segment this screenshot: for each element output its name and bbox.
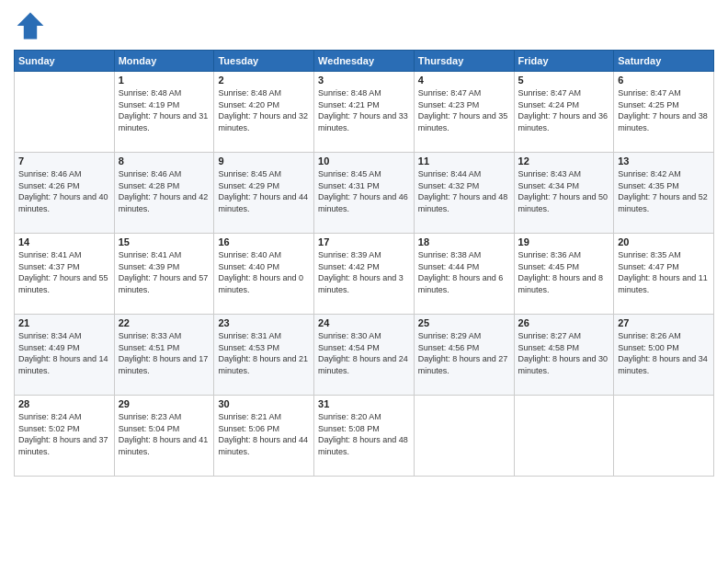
calendar-cell: 15 Sunrise: 8:41 AMSunset: 4:39 PMDaylig… <box>114 234 214 315</box>
day-info: Sunrise: 8:29 AMSunset: 4:56 PMDaylight:… <box>418 330 510 376</box>
day-number: 24 <box>318 317 410 328</box>
day-info: Sunrise: 8:41 AMSunset: 4:39 PMDaylight:… <box>119 249 210 295</box>
calendar-cell: 23 Sunrise: 8:31 AMSunset: 4:53 PMDaylig… <box>214 315 314 396</box>
calendar-cell: 4 Sunrise: 8:47 AMSunset: 4:23 PMDayligh… <box>414 72 514 153</box>
day-info: Sunrise: 8:24 AMSunset: 5:02 PMDaylight:… <box>18 411 110 457</box>
day-number: 13 <box>618 155 710 167</box>
calendar-cell: 1 Sunrise: 8:48 AMSunset: 4:19 PMDayligh… <box>114 72 214 153</box>
day-info: Sunrise: 8:46 AMSunset: 4:28 PMDaylight:… <box>119 168 210 214</box>
day-header-wednesday: Wednesday <box>314 51 415 72</box>
day-info: Sunrise: 8:30 AMSunset: 4:54 PMDaylight:… <box>318 330 410 376</box>
day-info: Sunrise: 8:26 AMSunset: 5:00 PMDaylight:… <box>618 330 710 376</box>
calendar-cell: 14 Sunrise: 8:41 AMSunset: 4:37 PMDaylig… <box>15 234 115 315</box>
day-header-tuesday: Tuesday <box>214 51 314 72</box>
calendar-cell: 26 Sunrise: 8:27 AMSunset: 4:58 PMDaylig… <box>514 315 614 396</box>
calendar-cell: 8 Sunrise: 8:46 AMSunset: 4:28 PMDayligh… <box>114 153 214 234</box>
day-number: 22 <box>119 317 210 328</box>
day-header-monday: Monday <box>114 51 214 72</box>
calendar-cell <box>614 396 714 477</box>
day-info: Sunrise: 8:46 AMSunset: 4:26 PMDaylight:… <box>18 168 110 214</box>
day-header-friday: Friday <box>514 51 614 72</box>
calendar-cell: 18 Sunrise: 8:38 AMSunset: 4:44 PMDaylig… <box>414 234 514 315</box>
calendar-cell: 5 Sunrise: 8:47 AMSunset: 4:24 PMDayligh… <box>514 72 614 153</box>
day-info: Sunrise: 8:31 AMSunset: 4:53 PMDaylight:… <box>218 330 310 376</box>
calendar-table: SundayMondayTuesdayWednesdayThursdayFrid… <box>14 50 714 477</box>
day-header-thursday: Thursday <box>414 51 514 72</box>
header <box>14 9 714 42</box>
day-header-saturday: Saturday <box>614 51 714 72</box>
day-info: Sunrise: 8:41 AMSunset: 4:37 PMDaylight:… <box>18 249 110 295</box>
day-number: 16 <box>218 236 310 247</box>
day-info: Sunrise: 8:47 AMSunset: 4:24 PMDaylight:… <box>518 87 610 133</box>
calendar-cell: 22 Sunrise: 8:33 AMSunset: 4:51 PMDaylig… <box>114 315 214 396</box>
calendar-cell: 9 Sunrise: 8:45 AMSunset: 4:29 PMDayligh… <box>214 153 314 234</box>
calendar-cell: 13 Sunrise: 8:42 AMSunset: 4:35 PMDaylig… <box>614 153 714 234</box>
calendar-cell: 10 Sunrise: 8:45 AMSunset: 4:31 PMDaylig… <box>314 153 415 234</box>
day-info: Sunrise: 8:48 AMSunset: 4:21 PMDaylight:… <box>318 87 410 133</box>
day-info: Sunrise: 8:38 AMSunset: 4:44 PMDaylight:… <box>418 249 510 295</box>
calendar-cell: 12 Sunrise: 8:43 AMSunset: 4:34 PMDaylig… <box>514 153 614 234</box>
day-number: 4 <box>418 75 510 86</box>
calendar-week-row: 14 Sunrise: 8:41 AMSunset: 4:37 PMDaylig… <box>15 234 714 315</box>
calendar-header-row: SundayMondayTuesdayWednesdayThursdayFrid… <box>15 51 714 72</box>
day-info: Sunrise: 8:43 AMSunset: 4:34 PMDaylight:… <box>518 168 610 214</box>
day-number: 28 <box>18 398 110 409</box>
day-info: Sunrise: 8:48 AMSunset: 4:19 PMDaylight:… <box>119 87 210 133</box>
day-number: 26 <box>518 317 610 328</box>
day-info: Sunrise: 8:44 AMSunset: 4:32 PMDaylight:… <box>418 168 510 214</box>
day-number: 3 <box>318 75 410 86</box>
day-number: 10 <box>318 155 410 167</box>
calendar-cell: 25 Sunrise: 8:29 AMSunset: 4:56 PMDaylig… <box>414 315 514 396</box>
day-info: Sunrise: 8:33 AMSunset: 4:51 PMDaylight:… <box>119 330 210 376</box>
calendar-cell: 11 Sunrise: 8:44 AMSunset: 4:32 PMDaylig… <box>414 153 514 234</box>
day-number: 5 <box>518 75 610 86</box>
day-number: 23 <box>218 317 310 328</box>
day-number: 25 <box>418 317 510 328</box>
calendar-cell <box>15 72 115 153</box>
day-info: Sunrise: 8:23 AMSunset: 5:04 PMDaylight:… <box>119 411 210 457</box>
calendar-cell: 20 Sunrise: 8:35 AMSunset: 4:47 PMDaylig… <box>614 234 714 315</box>
calendar-week-row: 7 Sunrise: 8:46 AMSunset: 4:26 PMDayligh… <box>15 153 714 234</box>
day-number: 30 <box>218 398 310 409</box>
calendar-cell: 2 Sunrise: 8:48 AMSunset: 4:20 PMDayligh… <box>214 72 314 153</box>
day-number: 2 <box>218 75 310 86</box>
day-number: 8 <box>119 155 210 167</box>
logo <box>14 9 51 42</box>
day-number: 15 <box>119 236 210 247</box>
day-number: 7 <box>18 155 110 167</box>
day-info: Sunrise: 8:35 AMSunset: 4:47 PMDaylight:… <box>618 249 710 295</box>
day-info: Sunrise: 8:40 AMSunset: 4:40 PMDaylight:… <box>218 249 310 295</box>
day-number: 20 <box>618 236 710 247</box>
calendar-cell: 7 Sunrise: 8:46 AMSunset: 4:26 PMDayligh… <box>15 153 115 234</box>
logo-icon <box>14 9 47 42</box>
day-number: 9 <box>218 155 310 167</box>
calendar-cell: 16 Sunrise: 8:40 AMSunset: 4:40 PMDaylig… <box>214 234 314 315</box>
day-number: 6 <box>618 75 710 86</box>
day-info: Sunrise: 8:47 AMSunset: 4:25 PMDaylight:… <box>618 87 710 133</box>
calendar-cell: 31 Sunrise: 8:20 AMSunset: 5:08 PMDaylig… <box>314 396 415 477</box>
day-number: 12 <box>518 155 610 167</box>
day-number: 31 <box>318 398 410 409</box>
day-number: 21 <box>18 317 110 328</box>
day-info: Sunrise: 8:45 AMSunset: 4:31 PMDaylight:… <box>318 168 410 214</box>
calendar-cell: 28 Sunrise: 8:24 AMSunset: 5:02 PMDaylig… <box>15 396 115 477</box>
day-info: Sunrise: 8:42 AMSunset: 4:35 PMDaylight:… <box>618 168 710 214</box>
day-info: Sunrise: 8:45 AMSunset: 4:29 PMDaylight:… <box>218 168 310 214</box>
calendar-cell: 19 Sunrise: 8:36 AMSunset: 4:45 PMDaylig… <box>514 234 614 315</box>
calendar-cell <box>514 396 614 477</box>
day-number: 14 <box>18 236 110 247</box>
day-number: 18 <box>418 236 510 247</box>
day-number: 27 <box>618 317 710 328</box>
day-number: 29 <box>119 398 210 409</box>
day-info: Sunrise: 8:47 AMSunset: 4:23 PMDaylight:… <box>418 87 510 133</box>
calendar-cell: 6 Sunrise: 8:47 AMSunset: 4:25 PMDayligh… <box>614 72 714 153</box>
calendar-cell: 27 Sunrise: 8:26 AMSunset: 5:00 PMDaylig… <box>614 315 714 396</box>
day-info: Sunrise: 8:21 AMSunset: 5:06 PMDaylight:… <box>218 411 310 457</box>
day-info: Sunrise: 8:36 AMSunset: 4:45 PMDaylight:… <box>518 249 610 295</box>
calendar-week-row: 28 Sunrise: 8:24 AMSunset: 5:02 PMDaylig… <box>15 396 714 477</box>
day-info: Sunrise: 8:20 AMSunset: 5:08 PMDaylight:… <box>318 411 410 457</box>
day-info: Sunrise: 8:27 AMSunset: 4:58 PMDaylight:… <box>518 330 610 376</box>
calendar-cell: 30 Sunrise: 8:21 AMSunset: 5:06 PMDaylig… <box>214 396 314 477</box>
calendar-cell <box>414 396 514 477</box>
day-number: 11 <box>418 155 510 167</box>
